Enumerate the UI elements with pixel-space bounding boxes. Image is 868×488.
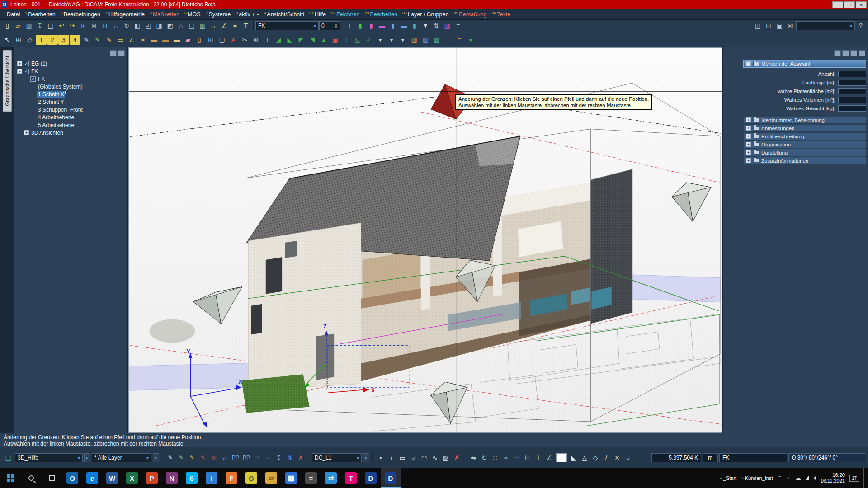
menu-item[interactable]: 04 Layer / Gruppen (401, 10, 452, 19)
hammer-icon[interactable]: ⊤ (262, 35, 273, 45)
door-tool-icon[interactable]: ▯ (194, 35, 205, 45)
minimize-button[interactable]: – (832, 1, 843, 8)
snap-diamond-icon[interactable]: ◇ (590, 453, 601, 463)
tool-hammer-icon[interactable]: ⊥ (443, 35, 453, 45)
import-icon[interactable]: ↧ (34, 21, 45, 31)
help-mode-combo[interactable]: 3D_Hilfe ▾ (15, 453, 83, 462)
field-input[interactable] (838, 105, 866, 112)
color-swatch-button[interactable] (556, 453, 567, 462)
menu-item[interactable]: 4 Hilfsgeometrie (104, 10, 148, 19)
roof-plane-se-icon[interactable]: ◢ (273, 35, 284, 45)
expander-icon[interactable]: + (24, 130, 29, 135)
menu-item[interactable]: 05 Bemaßung (452, 10, 490, 19)
expand-icon[interactable]: + (746, 117, 751, 122)
measure-length-icon[interactable]: ↔ (208, 21, 219, 31)
checkbox-icon[interactable] (24, 61, 29, 66)
select-fence-icon[interactable]: ◇ (24, 35, 35, 45)
menu-item[interactable]: 7 Systeme (204, 10, 234, 19)
menu-b-icon[interactable]: ▾ (386, 35, 397, 45)
marker-1-icon[interactable]: 1 (36, 35, 47, 45)
trim-icon[interactable]: ⊣ (511, 453, 522, 463)
menu-a-icon[interactable]: ▾ (375, 35, 386, 45)
volume-icon[interactable] (814, 476, 816, 480)
menu-item[interactable]: 01 Hilfe (307, 10, 329, 19)
menu-item[interactable]: 1 Datei (2, 10, 23, 19)
menu-item[interactable]: 3 Bearbeitungen (59, 10, 104, 19)
menu-item[interactable]: 03 Bearbeiten (363, 10, 401, 19)
sort-icon[interactable]: ⇅ (431, 21, 442, 31)
draw-arc-icon[interactable]: ◠ (419, 453, 429, 463)
menu-item[interactable]: 02 Zeichnen (329, 10, 363, 19)
snap-triangle-icon[interactable]: △ (579, 453, 590, 463)
screenshot-tool-icon[interactable]: G (241, 468, 261, 488)
snap-line-icon[interactable]: / (601, 453, 612, 463)
system-combo[interactable]: FK ▾ (255, 21, 319, 30)
section-plane-left[interactable] (130, 363, 252, 390)
marker-4-icon[interactable]: 4 (70, 35, 80, 45)
checkbox-icon[interactable] (24, 69, 29, 74)
add-green-icon[interactable]: + (344, 21, 355, 31)
clock[interactable]: 16:20 16.11.2021 (821, 472, 845, 484)
grid-icon[interactable]: ▦ (197, 21, 208, 31)
expander-icon[interactable]: + (17, 61, 22, 66)
view-combo[interactable]: ▾ (796, 21, 855, 30)
array-icon[interactable]: ∷ (490, 453, 500, 463)
snap-circle-icon[interactable]: ○ (623, 453, 633, 463)
panel-float-button[interactable] (842, 50, 849, 56)
orbit-icon[interactable]: ↻ (121, 21, 132, 31)
perpendicular-icon[interactable]: ⊥ (533, 453, 544, 463)
open-file-icon[interactable]: ▱ (13, 21, 24, 31)
menu-item[interactable]: 6 MOS (183, 10, 204, 19)
list-teal-icon[interactable]: ▦ (431, 35, 442, 45)
redo-icon[interactable]: ↷ (67, 21, 78, 31)
undo-icon[interactable]: ↶ (56, 21, 67, 31)
combo-list-button[interactable]: ▸ (363, 453, 369, 462)
menu-item[interactable]: 06 Texte (490, 10, 514, 19)
axes-tool-icon[interactable]: + (341, 35, 352, 45)
roof-plane-sw-icon[interactable]: ◣ (284, 35, 295, 45)
tree-item[interactable]: (Globales System) (16, 83, 126, 90)
mirror-icon[interactable]: ⇋ (468, 453, 479, 463)
info-icon[interactable]: i (202, 468, 222, 488)
close-button[interactable]: ✕ (856, 1, 867, 8)
export-menu-icon[interactable]: ▾ (465, 35, 476, 45)
tile-vertical-icon[interactable]: ⊟ (763, 21, 774, 31)
field-input[interactable] (838, 80, 866, 86)
collapse-icon[interactable]: − (746, 61, 751, 66)
pen-icon[interactable]: ✎ (81, 35, 92, 45)
view-3d-icon[interactable]: ⌂ (175, 21, 186, 31)
select-icon[interactable]: ↖ (2, 35, 13, 45)
view-front-icon[interactable]: ◧ (132, 21, 143, 31)
select-box-icon[interactable]: ⊞ (13, 35, 24, 45)
snap-corner-icon[interactable]: ◣ (568, 453, 579, 463)
view-top-icon[interactable]: ◰ (143, 21, 154, 31)
tree-item[interactable]: 3 Schuppen_Front (16, 106, 126, 113)
bar-blue-icon[interactable]: ▬ (398, 21, 409, 31)
search-button[interactable] (21, 468, 42, 488)
layer-combo[interactable]: DC_L1 ▾ (312, 453, 362, 462)
panel-pin-button[interactable] (110, 50, 117, 56)
save-tool-icon[interactable]: ▥ (281, 468, 301, 488)
draw-spline-icon[interactable]: ∿ (429, 453, 440, 463)
pen-ok-icon[interactable]: ✎ (176, 453, 187, 463)
draw-line-icon[interactable]: / (386, 453, 397, 463)
outlook-icon[interactable]: O (62, 468, 82, 488)
roof-plane-ne-icon[interactable]: ◥ (307, 35, 318, 45)
marker-red-icon[interactable]: ▣ (330, 35, 340, 45)
start-button[interactable] (0, 468, 21, 488)
attribute-section[interactable]: + Darstellung (743, 149, 866, 156)
expand-icon[interactable]: + (746, 158, 751, 163)
list-icon[interactable]: ≡ (453, 21, 463, 31)
help-icon[interactable]: ? (855, 21, 866, 31)
column-magenta-icon[interactable]: ▮ (366, 21, 377, 31)
onenote-icon[interactable]: N (162, 468, 182, 488)
explorer-icon[interactable]: ▱ (261, 468, 281, 488)
column-blue-icon[interactable]: ▮ (387, 21, 398, 31)
ruler-icon[interactable]: ▭ (115, 35, 126, 45)
tree-item[interactable]: 1 Schnitt X (16, 90, 126, 98)
pointcloud-remove-icon[interactable]: PP (241, 453, 252, 463)
layers-icon[interactable]: ▤ (186, 21, 197, 31)
print-icon[interactable]: ▤ (45, 21, 56, 31)
expand-icon[interactable]: + (746, 150, 751, 155)
viewport-3d[interactable]: Y X Z X Änderun (128, 47, 722, 433)
